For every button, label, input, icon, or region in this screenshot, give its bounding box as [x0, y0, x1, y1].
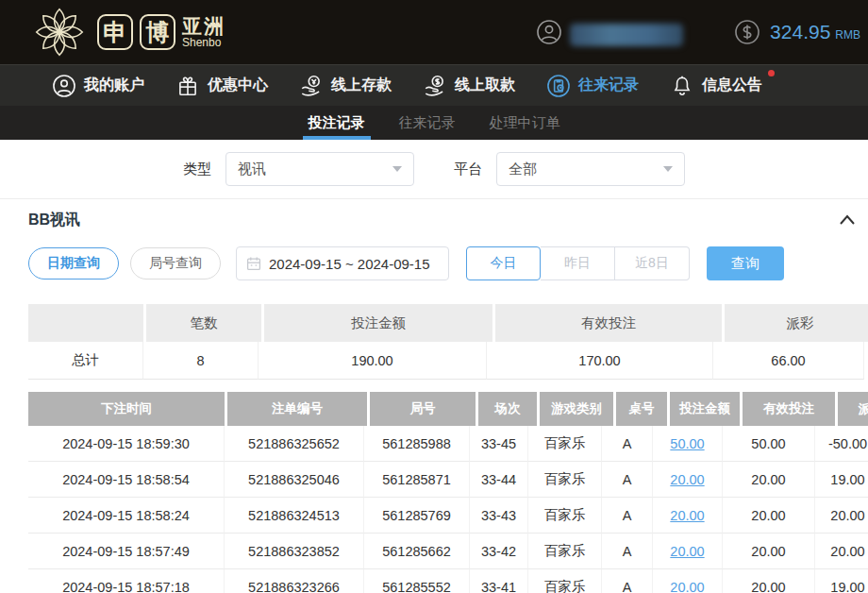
records-header-cell: 局号	[370, 392, 476, 426]
bet-amount-link[interactable]: 50.00	[670, 436, 704, 451]
cell-bet_id: 521886325046	[225, 462, 364, 498]
table-row: 2024-09-15 18:58:54521886325046561285871…	[28, 462, 868, 498]
today-button[interactable]: 今日	[466, 246, 541, 280]
bet-amount-link[interactable]: 20.00	[670, 508, 704, 523]
cell-valid: 20.00	[723, 569, 815, 593]
records-icon	[546, 74, 571, 98]
logo-region: 亚洲 Shenbo	[182, 16, 225, 49]
bet-records-table: 下注时间注单编号局号场次游戏类别桌号投注金额有效投注派彩 2024-09-15 …	[28, 392, 868, 593]
cell-payout: 20.00	[815, 534, 868, 569]
records-header-cell: 场次	[478, 392, 537, 426]
yesterday-button[interactable]: 昨日	[541, 246, 615, 280]
summary-header-cell: 投注金额	[264, 304, 492, 342]
collapse-chevron-up-icon[interactable]	[839, 213, 856, 227]
section-title: BB视讯	[28, 211, 80, 230]
summary-header-row: 笔数投注金额有效投注派彩	[28, 304, 868, 342]
nav-item-my-account[interactable]: 我的账户	[52, 74, 144, 98]
cell-bet: 50.00	[653, 426, 723, 462]
subtab-transactions[interactable]: 往来记录	[396, 106, 459, 140]
nav-item-withdraw[interactable]: 线上取款	[423, 74, 515, 98]
cell-bet: 20.00	[653, 498, 723, 534]
type-select-value: 视讯	[238, 161, 266, 178]
balance-amount[interactable]: 324.95	[770, 21, 830, 43]
records-header-cell: 注单编号	[227, 392, 367, 426]
cell-round: 561285988	[364, 426, 470, 462]
cell-game: 百家乐	[528, 498, 602, 534]
cell-time: 2024-09-15 18:58:54	[28, 462, 225, 498]
query-controls: 日期查询 局号查询 2024-09-15 ~ 2024-09-15 今日 昨日 …	[0, 241, 868, 297]
nav-item-promo-center[interactable]: 优惠中心	[175, 74, 268, 98]
cell-bet_id: 521886323266	[225, 569, 364, 593]
cell-game: 百家乐	[528, 426, 602, 462]
cell-payout: 19.00	[815, 462, 868, 498]
table-row: 2024-09-15 18:57:18521886323266561285552…	[28, 569, 868, 593]
subtab-bet-records[interactable]: 投注记录	[306, 106, 368, 140]
section-header: BB视讯	[0, 199, 868, 241]
records-header-cell: 游戏类别	[540, 392, 613, 426]
records-header-row: 下注时间注单编号局号场次游戏类别桌号投注金额有效投注派彩	[28, 392, 868, 426]
platform-select-value: 全部	[509, 161, 537, 178]
user-avatar-icon[interactable]	[536, 19, 562, 45]
cell-bet: 20.00	[653, 462, 723, 498]
platform-select[interactable]: 全部	[496, 152, 685, 186]
gift-icon	[175, 74, 200, 98]
nav-item-label: 线上取款	[455, 76, 515, 95]
type-filter-label: 类型	[183, 161, 211, 178]
type-select[interactable]: 视讯	[225, 152, 414, 186]
date-range-input[interactable]: 2024-09-15 ~ 2024-09-15	[236, 246, 449, 280]
cell-table_no: A	[602, 498, 653, 534]
logo-region-cn: 亚洲	[182, 16, 225, 37]
cell-bet_id: 521886324513	[225, 498, 364, 534]
nav-item-label: 往来记录	[578, 76, 639, 95]
bet-amount-link[interactable]: 20.00	[670, 580, 704, 593]
table-row: 2024-09-15 18:57:49521886323852561285662…	[28, 534, 868, 569]
cell-valid: 20.00	[723, 462, 815, 498]
username-redacted	[570, 24, 683, 46]
cell-time: 2024-09-15 18:57:18	[28, 569, 225, 593]
bet-amount-link[interactable]: 20.00	[670, 544, 704, 559]
summary-header-cell	[28, 304, 143, 342]
date-query-button[interactable]: 日期查询	[28, 247, 119, 280]
cell-round: 561285662	[364, 534, 470, 569]
subtab-pending-orders[interactable]: 处理中订单	[487, 106, 563, 140]
caret-down-icon	[392, 166, 402, 172]
calendar-icon	[246, 256, 261, 271]
cell-time: 2024-09-15 18:57:49	[28, 534, 225, 569]
records-body: 2024-09-15 18:59:30521886325652561285988…	[28, 426, 868, 593]
type-filter-group: 类型 视讯	[183, 152, 414, 186]
nav-item-records[interactable]: 往来记录	[546, 74, 639, 98]
round-query-button[interactable]: 局号查询	[130, 247, 221, 280]
cell-session: 33-41	[470, 569, 528, 593]
last-8-days-button[interactable]: 近8日	[615, 246, 690, 280]
subtab-bar: 投注记录往来记录处理中订单	[0, 106, 868, 140]
summary-total-cell: 8	[143, 342, 259, 380]
table-row: 2024-09-15 18:58:24521886324513561285769…	[28, 498, 868, 534]
bet-amount-link[interactable]: 20.00	[670, 472, 704, 487]
notification-dot	[768, 70, 775, 76]
cell-game: 百家乐	[528, 462, 602, 498]
records-header-cell: 下注时间	[28, 392, 225, 426]
nav-item-label: 信息公告	[702, 76, 762, 95]
cell-session: 33-42	[470, 534, 528, 569]
nav-item-announcements[interactable]: 信息公告	[670, 74, 762, 98]
flower-logo-icon	[34, 7, 85, 58]
filter-row: 类型 视讯 平台 全部	[0, 140, 868, 198]
records-header-cell: 有效投注	[743, 392, 835, 426]
cell-bet_id: 521886325652	[225, 426, 364, 462]
cell-table_no: A	[602, 534, 653, 569]
nav-item-label: 优惠中心	[208, 76, 268, 95]
cell-game: 百家乐	[528, 569, 602, 593]
nav-item-deposit[interactable]: 线上存款	[299, 74, 392, 98]
brand-logo[interactable]: 申 博 亚洲 Shenbo	[34, 7, 225, 58]
logo-char-shen: 申	[97, 14, 133, 50]
balance-coin-icon[interactable]	[734, 19, 760, 45]
logo-region-en: Shenbo	[182, 37, 225, 49]
cell-valid: 50.00	[723, 426, 815, 462]
search-button[interactable]: 查询	[707, 246, 784, 280]
main-nav: 我的账户优惠中心线上存款线上取款往来记录信息公告	[0, 64, 868, 106]
cell-round: 561285769	[364, 498, 470, 534]
cell-time: 2024-09-15 18:59:30	[28, 426, 225, 462]
cell-bet: 20.00	[653, 534, 723, 569]
page: 申 博 亚洲 Shenbo 324.95 RMB	[0, 0, 868, 593]
cell-table_no: A	[602, 426, 653, 462]
